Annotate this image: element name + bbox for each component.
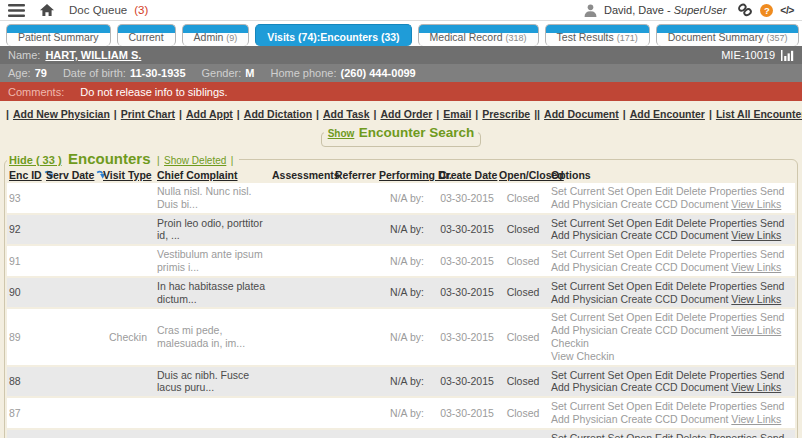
options-line-2[interactable]: Add Physician Create CCD Document View L…	[551, 413, 793, 426]
growth-chart-icon[interactable]	[781, 50, 794, 61]
demo-value: M	[245, 67, 254, 79]
action-add-new-physician[interactable]: Add New Physician	[13, 108, 110, 120]
options-line-2[interactable]: Add Physician Create CCD Document View L…	[551, 261, 793, 274]
open-closed-cell: Closed	[497, 183, 549, 214]
home-icon[interactable]	[40, 4, 54, 16]
serv-date-cell	[44, 277, 101, 309]
table-row-encounter-87: 87N/A by:03-30-2015ClosedSet Current Set…	[7, 397, 795, 429]
action-email[interactable]: Email	[443, 108, 471, 120]
code-icon[interactable]: </>	[780, 4, 794, 16]
tab-visits-74-encounters-33[interactable]: Visits (74):Encounters (33)	[255, 24, 411, 46]
comments-label: Comments:	[8, 86, 64, 98]
tab-test-results[interactable]: Test Results(171)	[545, 24, 650, 46]
view-links-link[interactable]: View Links	[731, 198, 781, 210]
column-header-label[interactable]: Serv Date	[46, 169, 94, 181]
action-add-task[interactable]: Add Task	[323, 108, 369, 120]
referrer-cell	[333, 245, 377, 277]
column-header-label: Options	[551, 169, 591, 181]
enc-id-cell: 88	[7, 366, 44, 398]
options-line-1[interactable]: Set Current Set Open Edit Delete Propert…	[551, 400, 793, 413]
column-header-assessments: Assessments	[270, 168, 333, 183]
pipe-separator: |	[475, 108, 478, 120]
performing-dr-cell: N/A by:	[377, 429, 437, 438]
help-icon[interactable]: ?	[760, 4, 773, 17]
show-search-toggle-link[interactable]: Show	[328, 128, 355, 139]
view-links-link[interactable]: View Links	[731, 381, 781, 393]
tab-document-summary[interactable]: Document Summary(357)	[656, 24, 800, 46]
table-row-encounter-90: 90In hac habitasse platea dictum...N/A b…	[7, 277, 795, 309]
tab-patient-summary[interactable]: Patient Summary	[6, 24, 111, 46]
options-line-1[interactable]: Set Current Set Open Edit Delete Propert…	[551, 369, 793, 382]
tab-count: (9)	[226, 33, 237, 43]
options-line-1[interactable]: Set Current Set Open Edit Delete Propert…	[551, 185, 793, 198]
action-add-encounter[interactable]: Add Encounter	[630, 108, 705, 120]
options-line-2[interactable]: Add Physician Create CCD Document View L…	[551, 293, 793, 306]
pipe-separator: |	[373, 108, 376, 120]
options-cell: Set Current Set Open Edit Delete Propert…	[549, 214, 795, 246]
options-line-1[interactable]: Set Current Set Open Edit Delete Propert…	[551, 432, 793, 438]
performing-dr-cell: N/A by:	[377, 308, 437, 365]
chief-complaint-cell: Cras mi pede, malesuada in, im...	[155, 308, 270, 365]
serv-date-cell	[44, 397, 101, 429]
action-add-dictation[interactable]: Add Dictation	[244, 108, 312, 120]
chain-link-icon[interactable]	[737, 3, 753, 17]
tab-admin[interactable]: Admin(9)	[182, 24, 250, 46]
demo-label: Home phone:	[270, 67, 336, 79]
action-prescribe[interactable]: Prescribe	[482, 108, 530, 120]
action-print-chart[interactable]: Print Chart	[121, 108, 175, 120]
options-line-1[interactable]: Set Current Set Open Edit Delete Propert…	[551, 248, 793, 261]
options-line-2[interactable]: Add Physician Create CCD Document View L…	[551, 229, 793, 242]
tab-current[interactable]: Current	[117, 24, 176, 46]
hide-encounters-toggle-link[interactable]: Hide ( 33 )	[9, 154, 62, 166]
doc-queue-count-badge[interactable]: (3)	[134, 4, 148, 16]
column-header-referrer: Referrer	[333, 168, 377, 183]
options-line-1[interactable]: Set Current Set Open Edit Delete Propert…	[551, 311, 793, 324]
logged-in-user[interactable]: David, Dave - SuperUser	[604, 4, 726, 16]
tab-medical-record[interactable]: Medical Record(318)	[418, 24, 539, 46]
column-header-label[interactable]: Create Date	[439, 169, 497, 181]
create-date-cell: 03-30-2015	[437, 308, 497, 365]
view-links-link[interactable]: View Links	[731, 261, 781, 273]
options-line-1[interactable]: Set Current Set Open Edit Delete Propert…	[551, 217, 793, 230]
tab-label: Current	[129, 31, 164, 43]
visit-type-cell	[101, 183, 155, 214]
action-add-document[interactable]: Add Document	[544, 108, 619, 120]
performing-dr-cell: N/A by:	[377, 183, 437, 214]
options-line-1[interactable]: Set Current Set Open Edit Delete Propert…	[551, 280, 793, 293]
column-header-label[interactable]: Chief Complaint	[157, 169, 238, 181]
options-line-2[interactable]: Add Physician Create CCD Document View L…	[551, 324, 793, 337]
action-add-appt[interactable]: Add Appt	[186, 108, 233, 120]
pipe-separator: |	[623, 108, 626, 120]
show-deleted-link[interactable]: Show Deleted	[164, 155, 226, 166]
pipe-separator: |	[114, 108, 117, 120]
patient-demographics-bar: Age:79Date of birth:11-30-1935Gender:MHo…	[0, 64, 802, 82]
column-header-performing-dr: Performing Dr.	[377, 168, 437, 183]
options-line-2[interactable]: Add Physician Create CCD Document View L…	[551, 381, 793, 394]
pipe-separator: |	[179, 108, 182, 120]
performing-dr-cell: N/A by:	[377, 214, 437, 246]
option-checkin[interactable]: Checkin	[551, 337, 793, 350]
pipe-separator: |	[709, 108, 712, 120]
user-icon	[584, 4, 597, 17]
action-add-order[interactable]: Add Order	[380, 108, 432, 120]
hamburger-menu-icon[interactable]	[8, 4, 25, 17]
assessments-cell	[270, 277, 333, 309]
option-view-checkin[interactable]: View Checkin	[551, 350, 793, 363]
actions-right-group: |Add Document|Add Encounter|List All Enc…	[537, 108, 802, 120]
action-list-all-encounters[interactable]: List All Encounters	[716, 108, 802, 120]
column-header-label[interactable]: Enc ID	[9, 169, 42, 181]
options-line-2[interactable]: Add Physician Create CCD Document View L…	[551, 198, 793, 211]
patient-name-link[interactable]: HART, WILLIAM S.	[45, 49, 141, 61]
visit-type-cell	[101, 397, 155, 429]
view-links-link[interactable]: View Links	[731, 293, 781, 305]
create-date-cell: 03-30-2015	[437, 429, 497, 438]
view-links-link[interactable]: View Links	[731, 324, 781, 336]
table-row-encounter-91: 91Vestibulum ante ipsum primis i...N/A b…	[7, 245, 795, 277]
chief-complaint-cell: Integer ac neque. Duis bibendu...	[155, 429, 270, 438]
patient-comments-bar: Comments: Do not release info to sibling…	[0, 82, 802, 101]
view-links-link[interactable]: View Links	[731, 229, 781, 241]
chief-complaint-cell: Vestibulum ante ipsum primis i...	[155, 245, 270, 277]
column-header-label[interactable]: Visit Type	[103, 169, 152, 181]
view-links-link[interactable]: View Links	[731, 413, 781, 425]
pipe-separator: |	[6, 108, 9, 120]
